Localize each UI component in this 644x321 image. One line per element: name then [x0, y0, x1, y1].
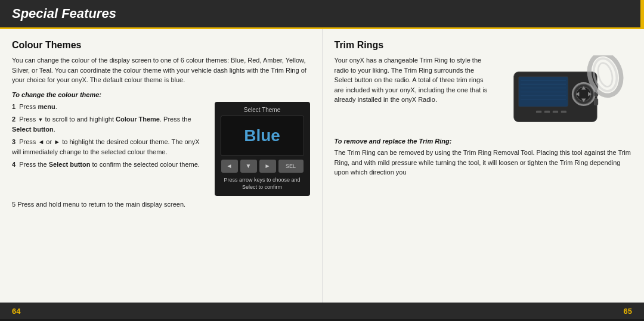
left-column: Colour Themes You can change the colour …	[0, 29, 323, 303]
svg-rect-20	[553, 111, 558, 113]
steps-container: 1 Press menu. 2 Press ▼ to scroll to and…	[12, 102, 310, 196]
step5-text: 5 Press and hold menu to return to the m…	[12, 201, 185, 208]
step-3: 3 Press ◄ or ► to highlight the desired …	[12, 137, 208, 157]
display-screen: Blue	[221, 116, 304, 156]
step-1: 1 Press menu.	[12, 102, 208, 112]
nav-left-btn[interactable]: ◄	[221, 160, 238, 173]
device-illustration	[504, 55, 629, 133]
svg-rect-18	[536, 111, 541, 113]
page-num-left: 64	[12, 307, 20, 316]
display-select-theme-label: Select Theme	[244, 107, 281, 113]
page-header: Special Features	[0, 0, 644, 29]
trim-intro: Your onyX has a changeable Trim Ring to …	[335, 55, 493, 105]
colour-themes-title: Colour Themes	[12, 40, 310, 51]
display-instruction: Press arrow keys to choose and Select to…	[219, 176, 305, 191]
page-num-right: 65	[624, 307, 632, 316]
step-2: 2 Press ▼ to scroll to and highlight Col…	[12, 114, 208, 135]
remove-replace-label: To remove and replace the Trim Ring:	[335, 138, 633, 145]
colour-instruction-label: To change the colour theme:	[12, 91, 310, 98]
svg-rect-17	[594, 98, 598, 105]
content-area: Colour Themes You can change the colour …	[0, 29, 644, 303]
right-column: Trim Rings Your onyX has a changeable Tr…	[323, 29, 645, 303]
ordered-list: 1 Press menu. 2 Press ▼ to scroll to and…	[12, 102, 208, 170]
colour-themes-intro: You can change the colour of the display…	[12, 55, 310, 85]
nav-buttons-row: ◄ ▼ ► SEL	[221, 160, 304, 173]
svg-rect-21	[561, 111, 566, 113]
display-blue-text: Blue	[244, 126, 280, 145]
trim-content: Your onyX has a changeable Trim Ring to …	[335, 55, 633, 133]
nav-down-btn[interactable]: ▼	[240, 160, 257, 173]
page-title: Special Features	[12, 6, 116, 21]
device-display: Select Theme Blue ◄ ▼ ► SEL Press arrow …	[215, 102, 310, 196]
nav-select-btn[interactable]: SEL	[278, 160, 304, 173]
trim-image-area	[501, 55, 632, 133]
remove-replace-text: The Trim Ring can be removed by using th…	[335, 148, 633, 177]
page-footer: 64 65	[0, 303, 644, 319]
step-4: 4 Press the Select button to confirm the…	[12, 160, 208, 170]
trim-text: Your onyX has a changeable Trim Ring to …	[335, 55, 493, 133]
step-5: 5 Press and hold menu to return to the m…	[12, 200, 310, 210]
steps-list: 1 Press menu. 2 Press ▼ to scroll to and…	[12, 102, 208, 196]
svg-rect-19	[544, 111, 550, 113]
nav-right-btn[interactable]: ►	[259, 160, 276, 173]
trim-rings-title: Trim Rings	[335, 40, 633, 51]
